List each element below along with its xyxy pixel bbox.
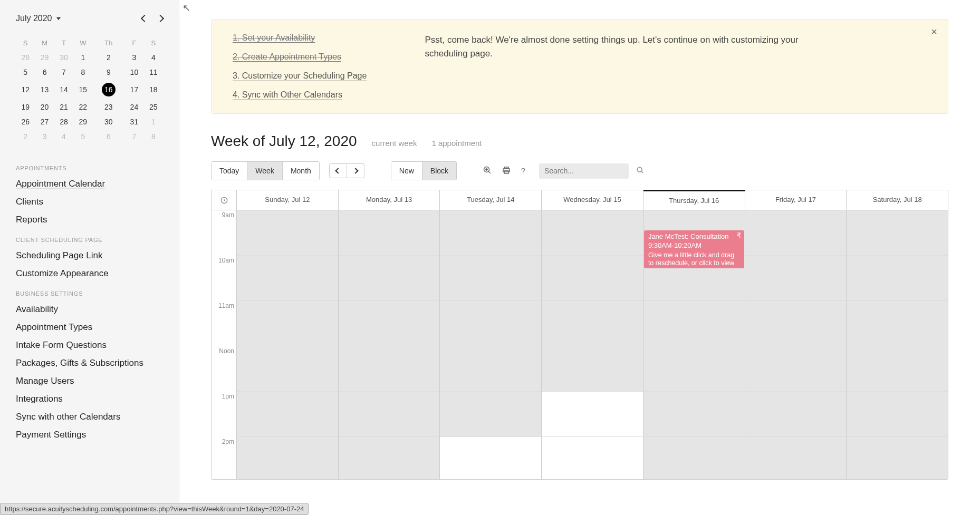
appointment-card[interactable]: ₹Jane McTest: Consultation9:30AM-10:20AM… <box>644 230 744 268</box>
hour-cell[interactable] <box>847 346 948 392</box>
hour-cell[interactable] <box>643 437 745 480</box>
hour-cell[interactable] <box>847 437 948 480</box>
mini-cal-day[interactable]: 25 <box>144 100 163 114</box>
hour-cell[interactable] <box>643 301 745 346</box>
hour-cell[interactable] <box>237 346 338 392</box>
hour-cell[interactable] <box>237 392 338 437</box>
hour-cell[interactable] <box>745 346 847 392</box>
nav-link[interactable]: Intake Form Questions <box>16 340 163 351</box>
mini-cal-day[interactable]: 16 <box>93 80 125 100</box>
day-column[interactable] <box>847 210 948 479</box>
hour-cell[interactable] <box>339 301 440 346</box>
next-month-button[interactable] <box>157 15 164 22</box>
nav-link[interactable]: Appointment Calendar <box>16 179 163 189</box>
mini-cal-day[interactable]: 15 <box>73 80 92 100</box>
hour-cell[interactable] <box>745 437 847 480</box>
nav-link[interactable]: Reports <box>16 215 163 225</box>
hour-cell[interactable] <box>237 437 338 480</box>
banner-step[interactable]: 3. Customize your Scheduling Page <box>233 71 367 81</box>
hour-cell[interactable] <box>339 210 440 256</box>
hour-cell[interactable] <box>847 256 948 301</box>
month-button[interactable]: Month <box>283 162 319 180</box>
mini-cal-day[interactable]: 3 <box>35 129 54 144</box>
hour-cell[interactable] <box>745 301 847 346</box>
mini-cal-day[interactable]: 4 <box>144 50 163 65</box>
mini-cal-day[interactable]: 9 <box>93 65 125 80</box>
nav-link[interactable]: Availability <box>16 304 163 315</box>
mini-cal-day[interactable]: 4 <box>54 129 73 144</box>
hour-cell[interactable] <box>237 210 338 256</box>
prev-week-button[interactable] <box>330 164 347 178</box>
mini-cal-day[interactable]: 18 <box>144 80 163 100</box>
mini-cal-day[interactable]: 26 <box>16 114 35 129</box>
mini-cal-day[interactable]: 29 <box>35 50 54 65</box>
hour-cell[interactable] <box>339 437 440 480</box>
day-column[interactable] <box>237 210 339 479</box>
hour-cell[interactable] <box>339 256 440 301</box>
nav-link[interactable]: Manage Users <box>16 376 163 386</box>
mini-cal-day[interactable]: 20 <box>35 100 54 114</box>
day-column[interactable] <box>745 210 847 479</box>
nav-link[interactable]: Scheduling Page Link <box>16 250 163 261</box>
banner-step[interactable]: 4. Sync with Other Calendars <box>233 90 367 100</box>
mini-cal-day[interactable]: 24 <box>124 100 143 114</box>
new-button[interactable]: New <box>391 162 422 180</box>
day-column[interactable]: ₹Jane McTest: Consultation9:30AM-10:20AM… <box>643 210 745 479</box>
hour-cell[interactable] <box>542 301 643 346</box>
mini-cal-day[interactable]: 11 <box>144 65 163 80</box>
hour-cell[interactable] <box>237 256 338 301</box>
mini-cal-day[interactable]: 12 <box>16 80 35 100</box>
day-column[interactable] <box>440 210 542 479</box>
hour-cell[interactable] <box>643 346 745 392</box>
mini-cal-day[interactable]: 13 <box>35 80 54 100</box>
search-input[interactable] <box>544 167 637 175</box>
mini-cal-day[interactable]: 8 <box>73 65 92 80</box>
day-column[interactable] <box>542 210 643 479</box>
hour-cell[interactable] <box>847 301 948 346</box>
nav-link[interactable]: Sync with other Calendars <box>16 412 163 422</box>
mini-cal-day[interactable]: 17 <box>124 80 143 100</box>
hour-cell[interactable] <box>542 437 643 480</box>
help-icon[interactable]: ? <box>521 167 525 175</box>
mini-cal-day[interactable]: 31 <box>124 114 143 129</box>
mini-cal-day[interactable]: 7 <box>54 65 73 80</box>
mini-cal-day[interactable]: 22 <box>73 100 92 114</box>
mini-cal-day[interactable]: 2 <box>16 129 35 144</box>
hour-cell[interactable] <box>643 392 745 437</box>
mini-cal-day[interactable]: 30 <box>93 114 125 129</box>
mini-cal-day[interactable]: 8 <box>144 129 163 144</box>
mini-cal-day[interactable]: 23 <box>93 100 125 114</box>
hour-cell[interactable] <box>542 210 643 256</box>
print-icon[interactable] <box>502 166 511 176</box>
month-selector[interactable]: July 2020 <box>16 14 61 23</box>
banner-step[interactable]: 1. Set your Availability <box>233 33 367 43</box>
hour-cell[interactable] <box>339 346 440 392</box>
mini-cal-day[interactable]: 5 <box>16 65 35 80</box>
hour-cell[interactable] <box>847 392 948 437</box>
block-button[interactable]: Block <box>422 162 456 180</box>
hour-cell[interactable] <box>542 256 643 301</box>
hour-cell[interactable] <box>339 392 440 437</box>
hour-cell[interactable] <box>440 210 541 256</box>
mini-cal-day[interactable]: 5 <box>73 129 92 144</box>
prev-month-button[interactable] <box>141 15 148 22</box>
zoom-icon[interactable] <box>483 166 492 176</box>
nav-link[interactable]: Appointment Types <box>16 322 163 333</box>
hour-cell[interactable] <box>542 346 643 392</box>
hour-cell[interactable] <box>237 301 338 346</box>
hour-cell[interactable] <box>745 210 847 256</box>
hour-cell[interactable] <box>745 392 847 437</box>
mini-cal-day[interactable]: 7 <box>124 129 143 144</box>
week-button[interactable]: Week <box>247 162 283 180</box>
mini-cal-day[interactable]: 21 <box>54 100 73 114</box>
collapse-arrow-icon[interactable]: ↖ <box>182 2 190 14</box>
hour-cell[interactable] <box>440 301 541 346</box>
today-button[interactable]: Today <box>212 162 247 180</box>
hour-cell[interactable] <box>440 256 541 301</box>
mini-cal-day[interactable]: 3 <box>124 50 143 65</box>
mini-cal-day[interactable]: 27 <box>35 114 54 129</box>
mini-cal-day[interactable]: 6 <box>35 65 54 80</box>
nav-link[interactable]: Customize Appearance <box>16 268 163 279</box>
hour-cell[interactable] <box>542 392 643 437</box>
mini-cal-day[interactable]: 1 <box>144 114 163 129</box>
